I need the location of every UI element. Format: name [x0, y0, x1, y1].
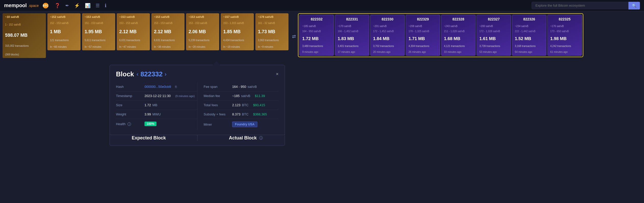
- next-block-button[interactable]: ›: [165, 71, 166, 78]
- fee-range2: 153 - 153 sat/vB: [154, 22, 182, 25]
- fee-range: ~153 sat/vB: [189, 15, 217, 18]
- conf-size: 1.52 MB: [515, 36, 544, 41]
- hash-row: Hash 000000...50e0cb9 ⎘: [116, 82, 197, 91]
- conf-txs: 3,168 transactions: [515, 45, 544, 47]
- conf-time: 26 minutes ago: [409, 51, 437, 53]
- health-badge: 100%: [144, 122, 156, 126]
- fee-span-unit: sat/vB: [248, 85, 257, 89]
- conf-fee-range: ~201 sat/vB: [373, 25, 402, 28]
- conf-time: 61 minutes ago: [550, 51, 579, 53]
- info-icon[interactable]: ℹ: [105, 3, 107, 8]
- blocks-area: ~10 sat/vB 1 - 152 sat/vB 598.07 MB 315,…: [0, 11, 644, 61]
- health-row: Health i 100%: [116, 119, 197, 129]
- total-fees-label: Total fees: [204, 103, 229, 107]
- pending-block-0[interactable]: ~10 sat/vB 1 - 152 sat/vB 598.07 MB 315,…: [3, 13, 46, 58]
- block-detail-left-col: Hash 000000...50e0cb9 ⎘ Timestamp 2023-1…: [116, 82, 197, 130]
- chart-icon[interactable]: 📊: [85, 3, 90, 8]
- timestamp-note: (9 minutes ago): [175, 94, 195, 98]
- conf-size: 1.84 MB: [373, 36, 402, 41]
- confirmed-block-6[interactable]: 822326 ~234 sat/vB 222 - 1,442 sat/vB 1.…: [512, 15, 546, 56]
- txs: 6,631 transactions: [119, 39, 147, 42]
- conf-txs: 3,739 transactions: [479, 45, 508, 47]
- fee-range: ~153 sat/vB: [154, 15, 182, 18]
- block-number: 822330: [373, 17, 402, 21]
- size-number: 1.72: [144, 103, 151, 107]
- fee-range: ~157 sat/vB: [223, 15, 251, 18]
- fee-span-row: Fee span 164 - 950 sat/vB: [204, 82, 279, 91]
- block-number: 822328: [444, 17, 473, 21]
- total-fees-usd: $93,415: [253, 103, 265, 107]
- pending-block-5[interactable]: ~153 sat/vB 153 - 153 sat/vB 2.06 MB 5,2…: [186, 13, 219, 50]
- conf-txs: 3,702 transactions: [373, 45, 402, 47]
- fee-range2: 151 - 153 sat/vB: [85, 22, 113, 25]
- pending-block-4[interactable]: ~153 sat/vB 153 - 153 sat/vB 2.12 MB 6,6…: [151, 13, 185, 50]
- conf-fee-range: ~170 sat/vB: [338, 25, 366, 28]
- pending-block-2[interactable]: ~153 sat/vB 151 - 153 sat/vB 1.95 MB 5,6…: [82, 13, 115, 50]
- time: In ~28 minutes: [189, 45, 217, 48]
- health-info-icon[interactable]: i: [127, 122, 131, 126]
- confirmed-block-1[interactable]: 822331 ~170 sat/vB 166 - 1,452 sat/vB 1.…: [335, 15, 369, 56]
- pending-block-1[interactable]: ~152 sat/vB 152 - 153 sat/vB 1 MB 121 tr…: [47, 13, 81, 50]
- hash-value[interactable]: 000000...50e0cb9: [144, 85, 171, 89]
- confirmed-block-4[interactable]: 822328 ~243 sat/vB 211 - 1,028 sat/vB 1.…: [441, 15, 476, 56]
- time: In ~47 minutes: [119, 45, 147, 48]
- confirmed-block-3[interactable]: 822329 ~208 sat/vB 178 - 1,325 sat/vB 1.…: [406, 15, 440, 56]
- logo[interactable]: mempool .space: [4, 3, 39, 8]
- actual-block-info-icon[interactable]: i: [259, 136, 263, 140]
- confirmed-block-2[interactable]: 822330 ~201 sat/vB 172 - 1,452 sat/vB 1.…: [370, 15, 405, 56]
- median-fee-usd: $11.39: [255, 94, 265, 98]
- miner-label: Miner: [204, 123, 229, 126]
- health-label: Health i: [116, 122, 141, 126]
- pending-block-7[interactable]: ~178 sat/vB 161 - 32 sat/vB 1.73 MB 3,96…: [255, 13, 288, 50]
- block-detail-header: Block ‹ 822332 › ×: [116, 70, 279, 78]
- expected-actual-header: Expected Block Actual Block i: [116, 135, 279, 141]
- conf-time: 53 minutes ago: [479, 51, 508, 53]
- size: 2.12 MB: [154, 29, 182, 34]
- nav-icons: ❓ ✒ ⚡ 📊 ☰ ℹ: [55, 3, 107, 8]
- search-input[interactable]: [532, 2, 628, 9]
- confirmed-block-0[interactable]: 822332 ~185 sat/vB 164 - 950 sat/vB 1.72…: [299, 15, 334, 56]
- lightning-icon[interactable]: ⚡: [74, 3, 80, 8]
- copy-icon[interactable]: ⎘: [175, 85, 177, 89]
- prev-block-button[interactable]: ‹: [137, 71, 138, 78]
- conf-txs: 3,480 transactions: [302, 45, 331, 47]
- menu-icon[interactable]: ☰: [96, 3, 100, 8]
- size: 2.12 MB: [119, 29, 147, 34]
- conf-fee-range: ~234 sat/vB: [515, 25, 544, 28]
- confirmed-block-5[interactable]: 822327 ~200 sat/vB 172 - 1,028 sat/vB 1.…: [477, 15, 511, 56]
- block-detail-right-col: Fee span 164 - 950 sat/vB Median fee ~18…: [197, 82, 279, 130]
- search-button[interactable]: 🔍: [628, 2, 640, 9]
- logo-dot: .space: [28, 4, 39, 8]
- size-label: Size: [116, 103, 141, 107]
- transfer-icon: ⇄: [292, 34, 296, 39]
- help-icon[interactable]: ❓: [55, 3, 60, 8]
- txs: 6,631 transactions: [154, 39, 182, 42]
- conf-fee-range2: 164 - 950 sat/vB: [302, 30, 331, 33]
- confirmed-block-7[interactable]: 822325 ~176 sat/vB 173 - 650 sat/vB 1.98…: [547, 15, 582, 56]
- conf-fee-range2: 172 - 1,452 sat/vB: [373, 30, 402, 33]
- pending-block-6[interactable]: ~157 sat/vB 153 - 1,015 sat/vB 1.85 MB 4…: [221, 13, 254, 50]
- close-button[interactable]: ×: [276, 71, 279, 77]
- conf-txs: 4,121 transactions: [444, 45, 473, 47]
- miner-row: Miner Foundry USA: [204, 119, 279, 130]
- block-detail-number: 822332: [140, 70, 163, 78]
- block-detail-panel: Block ‹ 822332 › × Hash 000000...50e0cb9…: [110, 65, 285, 135]
- pending-fee-range2: 1 - 152 sat/vB: [5, 23, 43, 26]
- miner-badge[interactable]: Foundry USA: [232, 122, 257, 127]
- fee-range2: 152 - 153 sat/vB: [50, 22, 78, 25]
- conf-size: 1.61 MB: [479, 36, 508, 41]
- conf-size: 1.72 MB: [302, 36, 331, 41]
- conf-fee-range2: 173 - 650 sat/vB: [550, 30, 579, 33]
- network-badge[interactable]: BTC: [43, 3, 48, 8]
- arrow-divider: ⇄: [291, 34, 297, 39]
- conf-fee-range2: 166 - 1,452 sat/vB: [338, 30, 366, 33]
- navbar: mempool .space BTC ❓ ✒ ⚡ 📊 ☰ ℹ 🔍: [0, 0, 644, 11]
- size: 1.95 MB: [85, 29, 113, 34]
- pen-icon[interactable]: ✒: [65, 3, 69, 8]
- subsidy-fees-usd: $368,365: [253, 112, 267, 116]
- search-bar: 🔍: [532, 2, 640, 9]
- txs: 4,434 transactions: [223, 39, 251, 42]
- block-number: 822329: [409, 17, 437, 21]
- weight-value: 3.99 MWU: [144, 112, 161, 116]
- pending-block-3[interactable]: ~153 sat/vB 153 - 153 sat/vB 2.12 MB 6,6…: [117, 13, 150, 50]
